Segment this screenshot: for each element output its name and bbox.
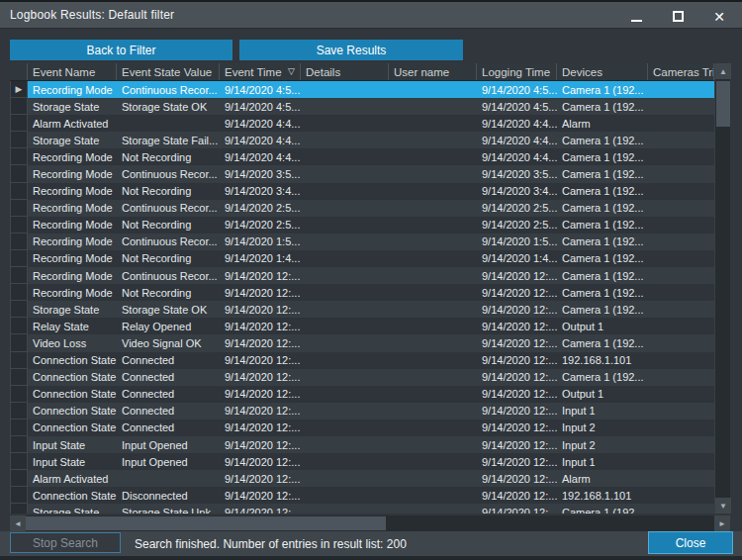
cell-event-time[interactable]: 9/14/2020 12:... bbox=[220, 403, 301, 420]
cell-event-state-value[interactable]: Storage State Unk... bbox=[117, 504, 220, 513]
cell-event-state-value[interactable]: Video Signal OK bbox=[117, 334, 220, 351]
cell-user-name[interactable] bbox=[389, 183, 477, 200]
cell-cameras-triggered[interactable] bbox=[648, 284, 714, 301]
cell-details[interactable] bbox=[301, 403, 389, 420]
cell-user-name[interactable] bbox=[389, 386, 477, 403]
cell-details[interactable] bbox=[301, 200, 389, 217]
cell-cameras-triggered[interactable] bbox=[648, 233, 714, 250]
cell-details[interactable] bbox=[301, 352, 389, 369]
cell-devices[interactable]: Input 2 bbox=[557, 436, 648, 453]
cell-event-state-value[interactable]: Continuous Recor... bbox=[117, 200, 220, 217]
cell-event-name[interactable]: Alarm Activated bbox=[28, 115, 117, 132]
cell-user-name[interactable] bbox=[389, 369, 477, 386]
cell-details[interactable] bbox=[301, 233, 389, 250]
table-row[interactable]: ▶ Recording Mode Not Recording 9/14/2020… bbox=[10, 183, 714, 200]
cell-details[interactable] bbox=[301, 267, 389, 284]
cell-user-name[interactable] bbox=[389, 98, 477, 115]
cell-event-time[interactable]: 9/14/2020 1:4... bbox=[220, 250, 301, 267]
table-row[interactable]: ▶ Connection State Connected 9/14/2020 1… bbox=[10, 403, 714, 420]
cell-event-time[interactable]: 9/14/2020 4:4... bbox=[220, 148, 301, 165]
cell-devices[interactable]: Camera 1 (192... bbox=[557, 148, 648, 165]
cell-user-name[interactable] bbox=[389, 318, 477, 334]
cell-event-state-value[interactable]: Storage State Fail... bbox=[117, 132, 220, 148]
row-selector-cell[interactable]: ▶ bbox=[10, 81, 28, 98]
cell-details[interactable] bbox=[301, 98, 389, 115]
scroll-left-button[interactable]: ◄ bbox=[10, 515, 26, 531]
cell-event-time[interactable]: 9/14/2020 12:... bbox=[220, 386, 301, 403]
table-row[interactable]: ▶ Storage State Storage State OK 9/14/20… bbox=[10, 301, 714, 318]
cell-event-name[interactable]: Recording Mode bbox=[28, 250, 117, 267]
header-logging-time[interactable]: Logging Time bbox=[477, 63, 557, 80]
cell-event-time[interactable]: 9/14/2020 12:... bbox=[220, 504, 301, 513]
table-row[interactable]: ▶ Recording Mode Not Recording 9/14/2020… bbox=[10, 148, 714, 165]
cell-user-name[interactable] bbox=[389, 115, 477, 132]
cell-cameras-triggered[interactable] bbox=[648, 504, 714, 513]
cell-details[interactable] bbox=[301, 453, 389, 470]
row-selector-cell[interactable]: ▶ bbox=[10, 470, 28, 487]
cell-details[interactable] bbox=[301, 386, 389, 403]
cell-event-state-value[interactable]: Input Opened bbox=[117, 436, 220, 453]
cell-cameras-triggered[interactable] bbox=[648, 318, 714, 334]
cell-event-name[interactable]: Recording Mode bbox=[28, 165, 117, 182]
cell-devices[interactable]: Camera 1 (192... bbox=[557, 233, 648, 250]
cell-event-state-value[interactable]: Continuous Recor... bbox=[117, 233, 220, 250]
cell-event-name[interactable]: Storage State bbox=[28, 132, 117, 148]
table-row[interactable]: ▶ Storage State Storage State Unk... 9/1… bbox=[10, 504, 714, 513]
scroll-up-button[interactable]: ▲ bbox=[715, 63, 731, 79]
cell-cameras-triggered[interactable] bbox=[648, 420, 714, 436]
cell-event-state-value[interactable]: Connected bbox=[117, 386, 220, 403]
header-user-name[interactable]: User name bbox=[389, 63, 477, 80]
cell-event-name[interactable]: Connection State bbox=[28, 369, 117, 386]
cell-user-name[interactable] bbox=[389, 165, 477, 182]
cell-details[interactable] bbox=[301, 183, 389, 200]
cell-details[interactable] bbox=[301, 148, 389, 165]
table-row[interactable]: ▶ Connection State Connected 9/14/2020 1… bbox=[10, 420, 714, 436]
cell-details[interactable] bbox=[301, 420, 389, 436]
cell-details[interactable] bbox=[301, 81, 389, 98]
cell-logging-time[interactable]: 9/14/2020 12:... bbox=[477, 470, 557, 487]
cell-event-state-value[interactable]: Not Recording bbox=[117, 284, 220, 301]
cell-cameras-triggered[interactable] bbox=[648, 487, 714, 504]
cell-details[interactable] bbox=[301, 436, 389, 453]
cell-cameras-triggered[interactable] bbox=[648, 165, 714, 182]
cell-event-name[interactable]: Recording Mode bbox=[28, 217, 117, 233]
table-row[interactable]: ▶ Input State Input Opened 9/14/2020 12:… bbox=[10, 453, 714, 470]
cell-devices[interactable]: Camera 1 (192... bbox=[557, 132, 648, 148]
cell-logging-time[interactable]: 9/14/2020 3:4... bbox=[477, 183, 557, 200]
cell-event-time[interactable]: 9/14/2020 3:5... bbox=[220, 165, 301, 182]
cell-cameras-triggered[interactable] bbox=[648, 403, 714, 420]
cell-user-name[interactable] bbox=[389, 453, 477, 470]
row-selector-cell[interactable]: ▶ bbox=[10, 148, 28, 165]
maximize-button[interactable] bbox=[669, 8, 687, 26]
cell-details[interactable] bbox=[301, 487, 389, 504]
table-row[interactable]: ▶ Connection State Disconnected 9/14/202… bbox=[10, 487, 714, 504]
cell-event-time[interactable]: 9/14/2020 12:... bbox=[220, 334, 301, 351]
cell-cameras-triggered[interactable] bbox=[648, 200, 714, 217]
cell-devices[interactable]: Camera 1 (192... bbox=[557, 98, 648, 115]
cell-event-name[interactable]: Input State bbox=[28, 436, 117, 453]
cell-event-name[interactable]: Input State bbox=[28, 453, 117, 470]
table-row[interactable]: ▶ Alarm Activated 9/14/2020 12:... 9/14/… bbox=[10, 470, 714, 487]
cell-logging-time[interactable]: 9/14/2020 12:... bbox=[477, 284, 557, 301]
row-selector-cell[interactable]: ▶ bbox=[10, 98, 28, 115]
cell-devices[interactable]: Input 1 bbox=[557, 403, 648, 420]
row-selector-cell[interactable]: ▶ bbox=[10, 420, 28, 436]
cell-logging-time[interactable]: 9/14/2020 12:... bbox=[477, 267, 557, 284]
cell-event-time[interactable]: 9/14/2020 12:... bbox=[220, 284, 301, 301]
cell-user-name[interactable] bbox=[389, 267, 477, 284]
cell-event-time[interactable]: 9/14/2020 12:... bbox=[220, 318, 301, 334]
cell-logging-time[interactable]: 9/14/2020 4:4... bbox=[477, 115, 557, 132]
cell-details[interactable] bbox=[301, 250, 389, 267]
row-selector-cell[interactable]: ▶ bbox=[10, 233, 28, 250]
cell-event-state-value[interactable]: Not Recording bbox=[117, 183, 220, 200]
cell-event-name[interactable]: Recording Mode bbox=[28, 148, 117, 165]
table-row[interactable]: ▶ Recording Mode Not Recording 9/14/2020… bbox=[10, 284, 714, 301]
cell-event-time[interactable]: 9/14/2020 2:5... bbox=[220, 217, 301, 233]
cell-event-state-value[interactable]: Continuous Recor... bbox=[117, 267, 220, 284]
cell-details[interactable] bbox=[301, 217, 389, 233]
row-selector-cell[interactable]: ▶ bbox=[10, 217, 28, 233]
row-selector-cell[interactable]: ▶ bbox=[10, 369, 28, 386]
cell-cameras-triggered[interactable] bbox=[648, 369, 714, 386]
cell-user-name[interactable] bbox=[389, 132, 477, 148]
table-row[interactable]: ▶ Alarm Activated 9/14/2020 4:4... 9/14/… bbox=[10, 115, 714, 132]
